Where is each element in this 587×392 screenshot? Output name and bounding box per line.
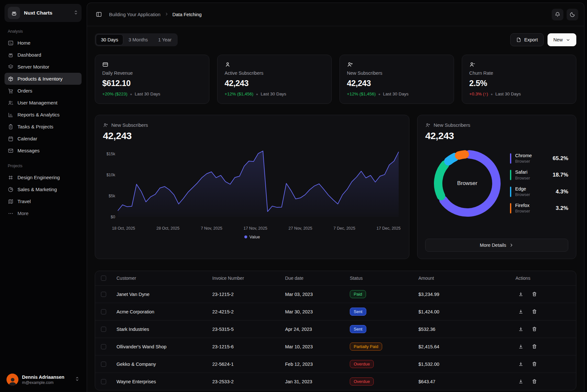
sidebar-toggle-button[interactable] [93, 9, 105, 20]
mail-icon [8, 148, 14, 154]
user-minus-icon [469, 61, 569, 68]
column-header-actions: Actions [506, 276, 576, 281]
donut-legend-item[interactable]: FirefoxBrowser3.2% [510, 203, 568, 214]
home-icon [8, 40, 14, 46]
row-checkbox[interactable] [101, 344, 106, 349]
breadcrumb: Building Your Application Data Fetching [109, 12, 202, 17]
export-button[interactable]: Export [510, 33, 544, 46]
cell-due-date: Feb 12, 2023 [280, 362, 345, 367]
column-header-amount: Amount [413, 276, 506, 281]
x-tick-label: 7 Nov, 2025 [201, 226, 222, 231]
legend-color-bar [510, 153, 511, 164]
chevron-right-icon [164, 12, 169, 17]
table-row[interactable]: Janet Van Dyne 23-1215-2 Mar 03, 2023 Pa… [95, 285, 576, 303]
sidebar-item-sales-marketing[interactable]: Sales & Marketing [5, 183, 82, 195]
sidebar-item-travel[interactable]: Travel [5, 195, 82, 207]
workspace-switcher[interactable]: Nuxt Charts [5, 4, 82, 22]
app-logo-icon [8, 7, 20, 19]
cell-invoice: 23-1215-6 [207, 344, 280, 349]
select-all-checkbox[interactable] [101, 276, 106, 281]
sidebar-item-server-monitor[interactable]: Server Monitor [5, 61, 82, 73]
sidebar-item-orders[interactable]: Orders [5, 85, 82, 97]
subscribers-line-chart[interactable]: $0$5k$10k$15k [103, 145, 400, 224]
map-icon [8, 199, 14, 204]
sidebar-item-messages[interactable]: Messages [5, 145, 82, 157]
trash-icon [532, 309, 537, 314]
svg-text:$10k: $10k [106, 173, 116, 177]
download-button[interactable] [515, 342, 526, 352]
topbar: Building Your Application Data Fetching [87, 3, 584, 26]
table-row[interactable]: Acme Corporation 22-4215-2 Mar 30, 2023 … [95, 303, 576, 320]
theme-toggle-button[interactable] [567, 9, 578, 20]
breadcrumb-parent[interactable]: Building Your Application [109, 12, 161, 17]
sidebar-item-products-inventory[interactable]: Products & Inventory [5, 73, 82, 85]
sidebar-item-reports-analytics[interactable]: Reports & Analytics [5, 109, 82, 121]
download-icon [518, 344, 524, 349]
tab-3-months[interactable]: 3 Months [124, 35, 153, 45]
table-row[interactable]: Ollivander's Wand Shop 23-1215-6 Mar 10,… [95, 338, 576, 355]
row-checkbox[interactable] [101, 362, 106, 367]
table-row[interactable]: Stark Industries 23-5315-5 Apr 24, 2023 … [95, 320, 576, 338]
sidebar-item-calendar[interactable]: Calendar [5, 133, 82, 145]
layers-icon [8, 64, 14, 70]
delete-button[interactable] [529, 342, 539, 352]
more-details-button[interactable]: More Details [425, 239, 568, 252]
tab-1-year[interactable]: 1 Year [153, 35, 176, 45]
delta: +0.3% (↑) [469, 92, 488, 96]
status-badge: Overdue [350, 360, 374, 368]
row-checkbox[interactable] [101, 327, 106, 332]
donut-legend-item[interactable]: SafariBrowser18.7% [510, 169, 568, 180]
trash-icon [532, 326, 537, 332]
delete-button[interactable] [529, 359, 539, 369]
cell-due-date: Apr 24, 2023 [280, 327, 345, 332]
cell-amount: $643.47 [413, 379, 506, 384]
cell-amount: $532.36 [413, 327, 506, 332]
cell-amount: $3,234.99 [413, 292, 506, 297]
cell-amount: $2,415.64 [413, 344, 506, 349]
download-button[interactable] [515, 324, 526, 334]
sidebar-item-user-management[interactable]: User Management [5, 97, 82, 109]
trash-icon [532, 361, 537, 367]
donut-legend-item[interactable]: EdgeBrowser4.3% [510, 186, 568, 197]
row-checkbox[interactable] [101, 309, 106, 314]
delete-button[interactable] [529, 376, 539, 387]
pie-chart-icon [8, 187, 14, 192]
credit-card-icon [102, 61, 202, 68]
x-axis-labels: 18 Oct, 202528 Oct, 20257 Nov, 202517 No… [103, 226, 401, 231]
legend-color-bar [510, 203, 511, 213]
donut-legend-item[interactable]: ChromeBrowser65.2% [510, 153, 568, 164]
notifications-button[interactable] [552, 9, 563, 20]
chart-legend: Value [103, 234, 401, 239]
moon-icon [570, 12, 575, 17]
table-row[interactable]: Gekko & Company 22-5624-1 Feb 12, 2023 O… [95, 355, 576, 373]
sidebar-item-more[interactable]: More [5, 207, 82, 219]
delete-button[interactable] [529, 324, 539, 334]
status-badge: Sent [350, 325, 366, 333]
new-button[interactable]: New [548, 33, 576, 46]
download-button[interactable] [515, 376, 526, 387]
donut-center-label: Browser [430, 147, 504, 220]
user-menu[interactable]: Dennis Adriaansen m@example.com [5, 371, 82, 388]
delete-button[interactable] [529, 289, 539, 299]
tab-30-days[interactable]: 30 Days [96, 35, 123, 45]
status-badge: Partially Paid [350, 343, 382, 351]
sidebar-item-tasks-projects[interactable]: Tasks & Projects [5, 121, 82, 133]
row-checkbox[interactable] [101, 292, 106, 297]
nav-section-projects: Projects [8, 164, 79, 168]
sidebar-item-home[interactable]: Home [5, 37, 82, 49]
donut-legend: ChromeBrowser65.2%SafariBrowser18.7%Edge… [510, 153, 568, 214]
table-row[interactable]: Wayne Enterprises 23-2533-2 Jan 31, 2023… [95, 373, 576, 390]
sidebar-item-dashboard[interactable]: Dashboard [5, 49, 82, 61]
download-button[interactable] [515, 359, 526, 369]
row-checkbox[interactable] [101, 379, 106, 384]
chart-headline-value: 42,243 [103, 130, 401, 141]
sidebar-item-design-engineering[interactable]: Design Engineering [5, 171, 82, 183]
x-tick-label: 17 Dec, 2025 [377, 226, 401, 231]
download-button[interactable] [515, 289, 526, 299]
download-button[interactable] [515, 307, 526, 317]
user-plus-icon [347, 61, 447, 68]
status-badge: Sent [350, 308, 366, 316]
cell-invoice: 22-5624-1 [207, 362, 280, 367]
cell-customer: Gekko & Company [111, 362, 207, 367]
delete-button[interactable] [529, 307, 539, 317]
